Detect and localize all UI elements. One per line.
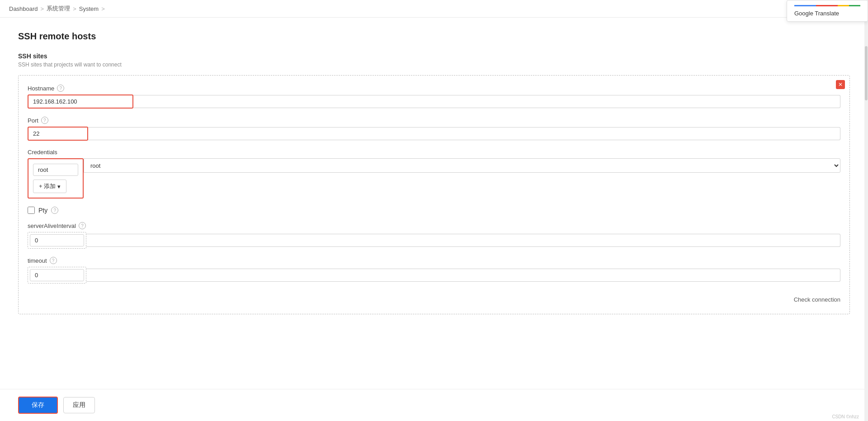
port-input-rest[interactable] [88,127,840,140]
ssh-entry-card: ✕ Hostname ? Port ? [18,75,850,314]
port-input-row [28,127,840,141]
footer-buttons: 保存 应用 [0,389,868,421]
credentials-select[interactable]: root [84,158,840,173]
breadcrumb-sep-1: > [41,5,44,12]
hostname-input[interactable] [28,95,132,108]
hostname-group: Hostname ? [28,85,840,109]
ssh-sites-label: SSH sites [18,52,850,60]
apply-button[interactable]: 应用 [63,397,95,413]
dropdown-arrow-icon: ▾ [57,183,61,190]
pty-row: Pty ? [28,207,840,214]
port-group: Port ? [28,117,840,141]
check-connection-button[interactable]: Check connection [28,292,840,305]
breadcrumb-sep-3: > [101,5,105,12]
pty-label: Pty [38,207,47,214]
hostname-input-rest[interactable] [133,95,840,108]
scrollbar-thumb [865,46,868,100]
server-alive-interval-input[interactable] [30,234,84,246]
hostname-label: Hostname ? [28,85,840,92]
timeout-group: timeout ? [28,257,840,284]
port-input[interactable] [28,128,87,140]
timeout-label: timeout ? [28,257,840,264]
breadcrumb-system[interactable]: System [79,5,99,12]
server-alive-interval-group: serverAliveInterval ? [28,222,840,249]
timeout-help-icon[interactable]: ? [50,257,57,264]
google-translate-label: Google Translate [794,10,839,17]
credentials-value: root [33,164,78,176]
top-bar: Dashboard > 系统管理 > System > Google Trans… [0,0,868,18]
pty-checkbox[interactable] [28,207,35,214]
timeout-input-row [28,267,840,284]
breadcrumb-sep-2: > [73,5,76,12]
google-translate-popup: Google Translate [787,0,868,22]
pty-help-icon[interactable]: ? [51,207,58,214]
save-button[interactable]: 保存 [18,397,58,414]
timeout-input[interactable] [30,269,84,281]
server-alive-interval-rest[interactable] [86,234,840,247]
credentials-group: Credentials root + 添加 ▾ [28,149,840,199]
server-alive-interval-input-highlight [28,232,86,249]
timeout-input-highlight [28,267,86,284]
hostname-input-highlight [28,95,133,109]
ssh-sites-description: SSH sites that projects will want to con… [18,61,850,68]
scrollbar[interactable] [864,0,868,421]
credentials-label: Credentials [28,149,840,156]
add-btn-row: + 添加 ▾ [33,180,78,193]
port-help-icon[interactable]: ? [41,117,48,124]
hostname-help-icon[interactable]: ? [57,85,64,92]
port-input-highlight [28,127,88,141]
credentials-row: root [33,164,78,176]
server-alive-interval-label: serverAliveInterval ? [28,222,840,229]
add-credential-button[interactable]: + 添加 ▾ [33,180,66,193]
close-entry-button[interactable]: ✕ [836,80,845,89]
credentials-input-wrapper: root + 添加 ▾ [28,158,84,199]
breadcrumb-dashboard[interactable]: Dashboard [9,5,38,12]
page-title: SSH remote hosts [18,31,850,42]
hostname-input-row [28,95,840,109]
port-label: Port ? [28,117,840,124]
breadcrumb: Dashboard > 系统管理 > System > [9,5,105,13]
timeout-rest[interactable] [86,269,840,282]
main-content: SSH remote hosts SSH sites SSH sites tha… [0,18,868,389]
server-alive-interval-input-row [28,232,840,249]
breadcrumb-system-mgmt[interactable]: 系统管理 [47,5,70,13]
watermark: CSDN ©nhzz [832,414,859,419]
server-alive-interval-help-icon[interactable]: ? [79,222,86,229]
